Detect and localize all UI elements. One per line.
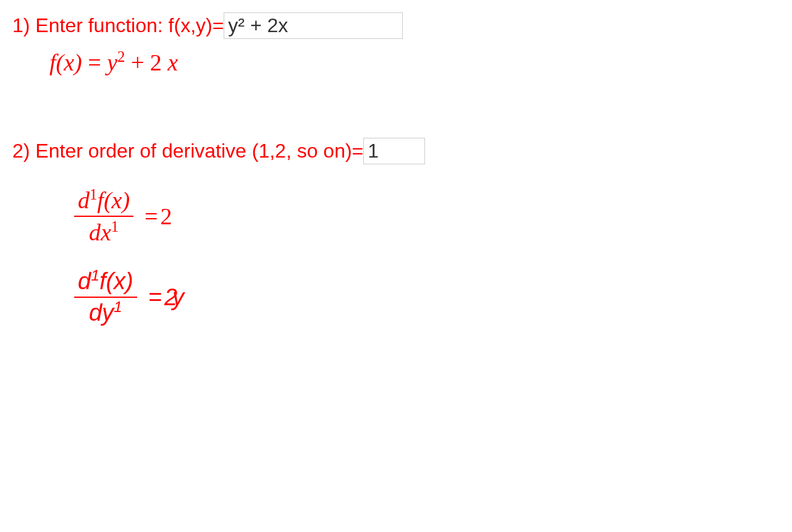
order-prompt-label: 2) Enter order of derivative (1,2, so on… — [12, 140, 363, 163]
dy-eq: = — [148, 284, 162, 311]
dx-num-exp: 1 — [90, 186, 97, 203]
dy-den-exp: 1 — [114, 298, 122, 315]
fx-eq: = — [82, 49, 107, 75]
order-input[interactable] — [363, 138, 425, 164]
dy-result-var: y — [172, 284, 184, 311]
dx-result: 2 — [161, 203, 172, 230]
dy-den-d: dy — [89, 300, 114, 326]
derivative-x-fraction: d1f(x) dx1 — [74, 187, 133, 246]
function-prompt-label: 1) Enter function: f(x,y)= — [12, 14, 224, 37]
dx-num-f: f(x) — [97, 187, 130, 213]
fx-lhs: f(x) — [49, 49, 82, 75]
derivative-y-row: d1f(x) dy1 = 2 y — [74, 268, 780, 326]
dy-num-exp: 1 — [91, 267, 99, 284]
derivative-y-fraction: d1f(x) dy1 — [74, 268, 137, 326]
function-input[interactable] — [224, 12, 403, 39]
fx-y: y — [107, 49, 117, 75]
dy-num-f: f(x) — [99, 268, 133, 294]
dy-num-d: d — [78, 268, 91, 294]
dx-num-d: d — [78, 187, 90, 213]
dx-den-exp: 1 — [111, 218, 119, 235]
derivative-x-row: d1f(x) dx1 = 2 — [74, 187, 780, 246]
function-display: f(x) = y2 + 2 x — [49, 49, 780, 76]
fx-exp: 2 — [117, 48, 125, 65]
order-prompt-row: 2) Enter order of derivative (1,2, so on… — [12, 138, 780, 164]
fx-x: x — [167, 49, 178, 75]
fx-plus: + 2 — [125, 49, 167, 75]
dx-den-d: dx — [89, 219, 111, 245]
dx-eq: = — [145, 203, 158, 230]
function-prompt-row: 1) Enter function: f(x,y)= — [12, 12, 780, 39]
